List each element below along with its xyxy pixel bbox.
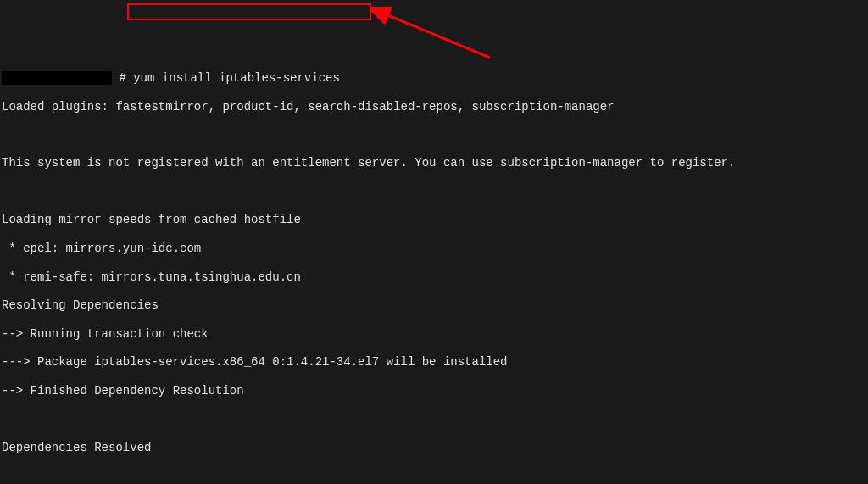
annotation-highlight-box	[127, 3, 371, 20]
output-line	[2, 413, 866, 427]
terminal-output[interactable]: # yum install iptables-services Loaded p…	[0, 57, 868, 484]
output-line: --> Running transaction check	[2, 327, 866, 342]
output-line: Dependencies Resolved	[2, 441, 866, 455]
prompt-symbol: #	[119, 71, 125, 86]
output-line	[2, 185, 866, 199]
prompt-line: # yum install iptables-services	[2, 71, 866, 86]
output-line	[2, 469, 866, 483]
redacted-hostname	[2, 71, 112, 85]
output-line: --> Finished Dependency Resolution	[2, 384, 866, 398]
output-line: * epel: mirrors.yun-idc.com	[2, 242, 866, 256]
output-line: Loading mirror speeds from cached hostfi…	[2, 213, 866, 227]
output-line: Loaded plugins: fastestmirror, product-i…	[2, 100, 866, 114]
prompt-hash	[112, 71, 119, 86]
output-line: ---> Package iptables-services.x86_64 0:…	[2, 355, 866, 370]
command-text: yum install iptables-services	[133, 71, 340, 86]
output-line: This system is not registered with an en…	[2, 156, 866, 170]
output-line: * remi-safe: mirrors.tuna.tsinghua.edu.c…	[2, 270, 866, 285]
output-line: Resolving Dependencies	[2, 298, 866, 313]
output-line	[2, 128, 866, 142]
svg-line-1	[384, 14, 490, 58]
